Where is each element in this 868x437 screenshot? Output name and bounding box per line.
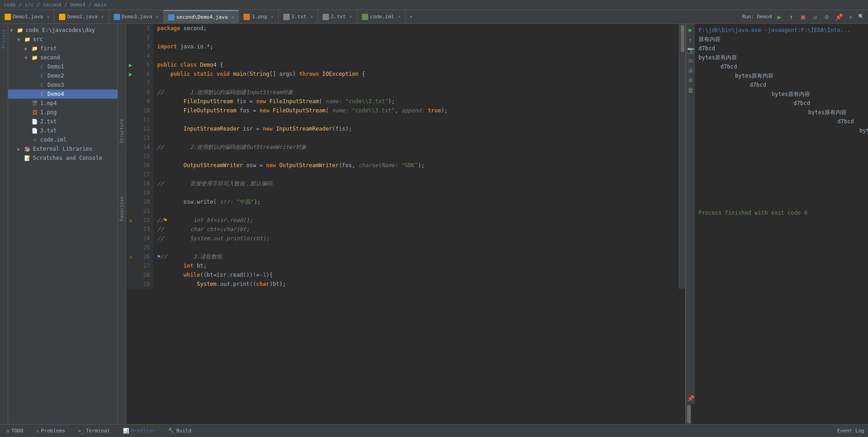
tree-item-src[interactable]: ▼ 📁 src <box>8 35 117 44</box>
tab-label-iml: code.iml <box>370 14 394 20</box>
tree-item-txt3[interactable]: 📄 3.txt <box>8 126 117 135</box>
tab-label-demo3: Demo3.java <box>122 14 152 20</box>
tree-item-second[interactable]: ▼ 📁 second <box>8 53 117 62</box>
ln-19: 19 <box>135 188 150 197</box>
tab-png1[interactable]: 1.png ✕ <box>239 10 278 24</box>
code-body[interactable]: package second; import java.io.*; public… <box>153 24 679 289</box>
tree-item-txt2[interactable]: 📄 2.txt <box>8 117 117 126</box>
editor-scrollbar[interactable]: ✓ <box>679 24 685 289</box>
output-screenshot-button[interactable]: 📷 <box>687 46 695 54</box>
tab-demo3[interactable]: Demo3.java ✕ <box>109 10 164 24</box>
tree-label-src: src <box>33 36 43 42</box>
tab-close-demo3[interactable]: ✕ <box>156 14 159 19</box>
ln-28: 28 <box>135 270 150 279</box>
tree-item-ext[interactable]: ▶ 📚 External Libraries <box>8 144 117 153</box>
gutter-7 <box>126 79 135 88</box>
output-scrollbar[interactable] <box>686 404 691 424</box>
run-up-button[interactable]: ↑ <box>787 12 796 21</box>
tree-item-demo1[interactable]: C Demo1 <box>8 62 117 71</box>
profiler-button[interactable]: 📊 Profiler <box>120 427 158 435</box>
output-line-8: d7bcd <box>699 99 864 108</box>
tab-label-demo2: Demo2.java <box>67 14 97 20</box>
tab-txt2[interactable]: 2.txt ✕ <box>318 10 357 24</box>
output-print-button[interactable]: 🖨 <box>687 66 695 74</box>
scratch-icon: 📝 <box>24 154 31 162</box>
terminal-button[interactable]: >_ Terminal <box>75 427 113 435</box>
code-line-7 <box>157 79 679 88</box>
tab-more[interactable]: ▾ <box>406 14 416 20</box>
tab-demo4[interactable]: second\Demo4.java ✕ <box>164 10 239 24</box>
ln-13: 13 <box>135 133 150 142</box>
build-button[interactable]: 🔨 Build <box>165 427 194 435</box>
project-tab-button[interactable]: Project <box>0 26 7 52</box>
run-settings-button[interactable]: ⚙ <box>822 12 831 21</box>
output-line-3: bytes原有内容 <box>699 53 864 62</box>
code-line-13 <box>157 133 679 142</box>
output-up-button[interactable]: ↑ <box>687 36 695 44</box>
tab-iml[interactable]: code.iml ✕ <box>357 10 406 24</box>
tree-item-iml[interactable]: ⚙ code.iml <box>8 135 117 144</box>
gutter-21 <box>126 206 135 216</box>
problems-button[interactable]: ⚠ Problems <box>33 427 68 435</box>
tab-close-demo1[interactable]: ✕ <box>47 14 49 19</box>
tree-item-code[interactable]: ▼ 📁 code E:\javacodes\day <box>8 26 117 35</box>
tab-close-demo2[interactable]: ✕ <box>101 14 104 19</box>
tree-item-png1[interactable]: 🖼 1.png <box>8 108 117 117</box>
output-delete-button[interactable]: 🗑 <box>687 86 695 94</box>
title-path: code / src / second / Demo4 / main <box>4 2 106 8</box>
run-stop-button[interactable]: ■ <box>799 12 808 21</box>
tree-item-scratch[interactable]: 📝 Scratches and Console <box>8 153 117 163</box>
event-log-button[interactable]: Event Log <box>837 428 864 434</box>
main-content: Project ▼ 📁 code E:\javacodes\day ▼ 📁 sr… <box>0 24 868 424</box>
output-line-1: 原有内容 <box>699 35 864 44</box>
code-line-15 <box>157 152 679 161</box>
todo-button[interactable]: ☑ TODO <box>4 427 26 435</box>
tab-close-png1[interactable]: ✕ <box>271 14 274 19</box>
tree-item-mp4[interactable]: 🎬 1.mp4 <box>8 99 117 108</box>
gutter-6[interactable]: ▶ <box>126 69 135 79</box>
tab-close-txt3[interactable]: ✕ <box>310 14 313 19</box>
terminal-icon: >_ <box>78 428 84 434</box>
output-settings-button[interactable]: ⚙ <box>687 76 695 84</box>
run-label: Run: <box>742 14 754 20</box>
tab-label-demo1: Demo1.java <box>13 14 43 20</box>
tree-label-ext: External Libraries <box>33 146 92 152</box>
code-editor[interactable]: ▶ ▶ <box>126 24 685 424</box>
run-output-content[interactable]: F:\jdk\bin\java.exe -javaagent:F:\IEDA\I… <box>695 24 868 404</box>
output-format-button[interactable]: ⚌ <box>687 56 695 64</box>
tab-close-demo4[interactable]: ✕ <box>231 15 234 20</box>
tab-demo2[interactable]: Demo2.java ✕ <box>54 10 109 24</box>
tree-item-first[interactable]: ▶ 📁 first <box>8 44 117 53</box>
code-line-27: int bt; <box>157 261 679 270</box>
run-close-button[interactable]: ✕ <box>846 12 855 21</box>
output-scroll-thumb[interactable] <box>687 405 691 423</box>
gutter-5[interactable]: ▶ <box>126 60 135 69</box>
run-pin-button[interactable]: 📌 <box>834 12 843 21</box>
tree-label-second: second <box>40 54 60 61</box>
tab-close-txt2[interactable]: ✕ <box>349 14 352 19</box>
output-pin-button[interactable]: 📌 <box>687 394 695 402</box>
tab-txt3[interactable]: 3.txt ✕ <box>279 10 318 24</box>
gutter-22[interactable]: ⚠ <box>126 216 135 225</box>
output-line-5: bytes原有内容 <box>699 71 864 80</box>
run-search-button[interactable]: 🔍 <box>858 14 864 20</box>
output-play-button[interactable]: ▶ <box>687 26 695 34</box>
tree-item-demo3[interactable]: C Demo3 <box>8 80 117 90</box>
gutter-26[interactable]: ⚠ <box>126 252 135 261</box>
tree-item-demo2[interactable]: C Demo2 <box>8 71 117 80</box>
tab-icon-png1 <box>243 14 250 20</box>
run-rerun-button[interactable]: ↺ <box>810 12 820 21</box>
tree-item-demo4[interactable]: C Demo4 <box>8 90 117 99</box>
ln-20: 20 <box>135 197 150 206</box>
tree-label-png1: 1.png <box>40 109 57 116</box>
tab-close-iml[interactable]: ✕ <box>398 14 401 19</box>
run-play-button[interactable]: ▶ <box>775 12 784 21</box>
structure-tab-button[interactable]: Structure <box>118 115 125 147</box>
favorites-tab-button[interactable]: Favorites <box>118 193 125 225</box>
terminal-label: Terminal <box>86 428 110 434</box>
tab-demo1[interactable]: Demo1.java ✕ <box>0 10 54 24</box>
ln-23: 23 <box>135 225 150 234</box>
problems-icon: ⚠ <box>36 428 39 434</box>
output-line-10: d7bcd <box>699 117 864 126</box>
run-name: Demo4 <box>757 14 772 20</box>
